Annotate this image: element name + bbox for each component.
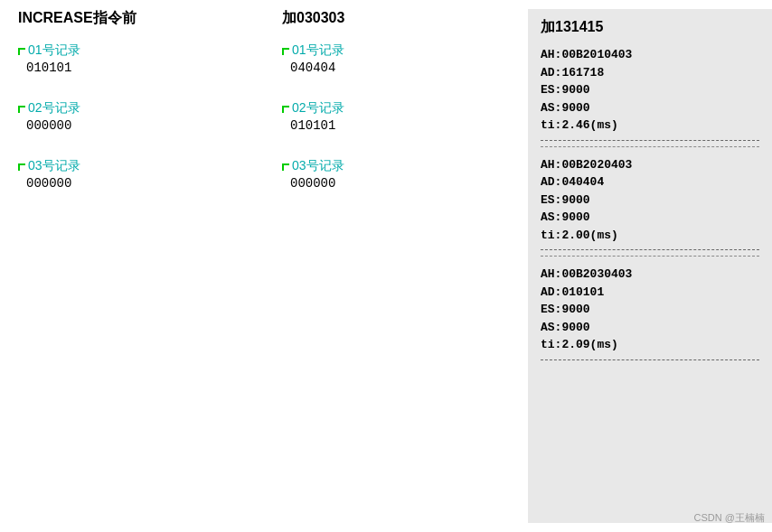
record-group-1-col2: 01号记录 040404: [282, 42, 510, 75]
divider-1: [541, 140, 759, 141]
record-value-1-col2: 040404: [290, 61, 510, 75]
packet2-line4: AS:9000: [541, 209, 759, 227]
record-value-1-col1: 010101: [26, 61, 246, 75]
divider-3: [541, 249, 759, 250]
record-label-3-col1: 03号记录: [18, 158, 246, 174]
record-value-3-col1: 000000: [26, 176, 246, 191]
packet2-line2: AD:040404: [541, 173, 759, 191]
packet2-line1: AH:00B2020403: [541, 156, 759, 174]
record-group-3-col2: 03号记录 000000: [282, 158, 510, 191]
packet3-line2: AD:010101: [541, 284, 759, 302]
col2-header: 加030303: [282, 9, 510, 28]
packet3-line5: ti:2.09(ms): [541, 336, 759, 354]
packet2-line3: ES:9000: [541, 191, 759, 210]
packet1-line2: AD:161718: [541, 64, 759, 82]
col1-header: INCREASE指令前: [18, 9, 246, 28]
record-value-2-col2: 010101: [290, 118, 510, 133]
record-group-1-col1: 01号记录 010101: [18, 42, 246, 75]
packet3-line3: ES:9000: [541, 301, 759, 319]
watermark: CSDN @王楠楠: [694, 511, 765, 525]
record-label-1-col2: 01号记录: [282, 42, 510, 59]
record-label-2-col1: 02号记录: [18, 100, 246, 117]
packet2-line5: ti:2.00(ms): [541, 227, 759, 245]
record-group-2-col2: 02号记录 010101: [282, 100, 510, 133]
col1: INCREASE指令前 01号记录 010101 02号记录 000000 03…: [0, 9, 264, 523]
packet-block-3: AH:00B2030403 AD:010101 ES:9000 AS:9000 …: [541, 266, 759, 354]
packet3-line4: AS:9000: [541, 319, 759, 337]
record-label-3-col2: 03号记录: [282, 158, 510, 174]
divider-2: [541, 146, 759, 147]
record-label-2-col2: 02号记录: [282, 100, 510, 117]
packet-block-1: AH:00B2010403 AD:161718 ES:9000 AS:9000 …: [541, 46, 759, 135]
packet1-line1: AH:00B2010403: [541, 46, 759, 64]
record-group-3-col1: 03号记录 000000: [18, 158, 246, 191]
record-value-2-col1: 000000: [26, 118, 246, 133]
divider-4: [541, 256, 759, 257]
packet1-line4: AS:9000: [541, 99, 759, 117]
packet3-line1: AH:00B2030403: [541, 266, 759, 284]
divider-5: [541, 359, 759, 360]
packet1-line3: ES:9000: [541, 81, 759, 99]
col3: 加131415 AH:00B2010403 AD:161718 ES:9000 …: [528, 9, 772, 523]
record-group-2-col1: 02号记录 000000: [18, 100, 246, 133]
col2: 加030303 01号记录 040404 02号记录 010101 03号记录 …: [264, 9, 528, 523]
packet1-line5: ti:2.46(ms): [541, 117, 759, 135]
col3-header: 加131415: [541, 18, 759, 37]
packet-block-2: AH:00B2020403 AD:040404 ES:9000 AS:9000 …: [541, 156, 759, 245]
record-value-3-col2: 000000: [290, 176, 510, 191]
record-label-1-col1: 01号记录: [18, 42, 246, 59]
